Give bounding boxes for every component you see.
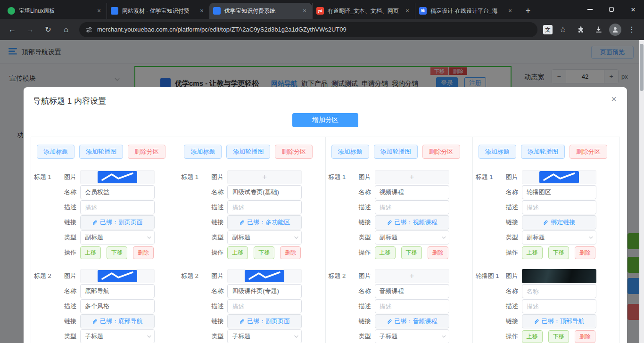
reload-icon[interactable]	[41, 22, 56, 37]
type-select[interactable]: 副标题	[80, 230, 155, 245]
close-window-button[interactable]	[622, 0, 644, 19]
scrollbar-thumb[interactable]	[640, 44, 644, 91]
image-upload-box[interactable]: +	[375, 269, 449, 283]
move-up-button[interactable]: 上移	[522, 246, 543, 259]
move-down-button[interactable]: 下移	[401, 246, 422, 259]
tab-close-icon[interactable]	[198, 7, 206, 15]
browser-menu-icon[interactable]	[624, 22, 639, 37]
add-carousel-button[interactable]: 添加轮播图	[374, 145, 418, 159]
add-carousel-button[interactable]: 添加轮播图	[79, 145, 123, 159]
desc-input[interactable]	[522, 299, 596, 313]
plus-icon: +	[410, 172, 414, 182]
tab-close-icon[interactable]	[404, 7, 411, 15]
name-input[interactable]	[522, 185, 596, 199]
maximize-button[interactable]	[601, 0, 622, 19]
name-input[interactable]	[227, 185, 302, 199]
move-up-button[interactable]: 上移	[522, 330, 543, 343]
browser-tab[interactable]: 稿 稿定设计-在线设计平台_海	[415, 3, 518, 19]
add-section-button[interactable]: 增加分区	[292, 113, 358, 127]
tab-close-icon[interactable]	[95, 7, 103, 15]
bind-link-button[interactable]: 已绑：多功能区	[227, 215, 302, 229]
address-bar[interactable]: merchant.youxuebao.com.cn/platform/pc/ed…	[79, 22, 537, 37]
type-select[interactable]: 副标题	[522, 230, 596, 245]
desc-input[interactable]	[227, 200, 302, 214]
translate-icon[interactable]: 文	[543, 25, 553, 34]
name-row: 名称	[476, 185, 615, 199]
tab-close-icon[interactable]	[506, 7, 514, 15]
bind-link-button[interactable]: 已绑：副页页面	[227, 314, 302, 328]
close-icon[interactable]: ×	[611, 94, 617, 105]
delete-section-button[interactable]: 删除分区	[422, 145, 460, 159]
name-input[interactable]	[375, 284, 449, 298]
image-upload-box[interactable]	[522, 170, 596, 184]
delete-button[interactable]: 删除	[428, 246, 448, 259]
image-upload-box[interactable]	[227, 269, 302, 283]
bind-link-button[interactable]: 绑定链接	[522, 215, 596, 229]
move-down-button[interactable]: 下移	[107, 246, 127, 259]
back-icon[interactable]	[5, 22, 20, 37]
type-select[interactable]: 子标题	[80, 329, 155, 343]
add-carousel-button[interactable]: 添加轮播图	[521, 145, 565, 159]
name-input[interactable]	[80, 284, 155, 298]
desc-input[interactable]	[522, 200, 596, 214]
add-title-button[interactable]: 添加标题	[331, 145, 369, 159]
type-select[interactable]: 子标题	[227, 329, 302, 343]
bind-link-button[interactable]: 已绑：副页页面	[80, 215, 155, 229]
name-input[interactable]	[227, 284, 302, 298]
type-select[interactable]: 副标题	[375, 230, 449, 245]
delete-button[interactable]: 删除	[575, 246, 595, 259]
image-upload-box[interactable]: +	[375, 170, 449, 184]
desc-input[interactable]	[375, 200, 449, 214]
tab-title: 优学宝知识付费系统	[224, 7, 298, 15]
download-icon[interactable]	[591, 22, 606, 37]
delete-section-button[interactable]: 删除分区	[275, 145, 313, 159]
forward-icon[interactable]	[23, 22, 38, 37]
minimize-button[interactable]	[579, 0, 601, 19]
home-icon[interactable]	[58, 22, 74, 37]
new-tab-button[interactable]	[521, 4, 535, 17]
bind-link-button[interactable]: 已绑：底部导航	[80, 314, 155, 328]
type-select[interactable]: 副标题	[227, 230, 302, 245]
delete-section-button[interactable]: 删除分区	[128, 145, 165, 159]
desc-input[interactable]	[80, 299, 155, 313]
add-carousel-button[interactable]: 添加轮播图	[226, 145, 270, 159]
group-label: 标题 1	[476, 173, 503, 181]
desc-input[interactable]	[227, 299, 302, 313]
move-up-button[interactable]: 上移	[80, 246, 101, 259]
name-input[interactable]	[80, 185, 155, 199]
browser-tab[interactable]: 优学宝知识付费系统	[209, 3, 312, 19]
carousel-image-thumbnail[interactable]	[522, 269, 596, 283]
delete-button[interactable]: 删除	[133, 246, 154, 259]
browser-tab[interactable]: 宝塔Linux面板	[4, 3, 107, 19]
name-input[interactable]	[375, 185, 449, 199]
scrollbar[interactable]	[639, 40, 644, 343]
browser-tab[interactable]: yd 有道翻译_文本、文档、网页	[312, 3, 415, 19]
bind-link-button[interactable]: 已绑：音频课程	[375, 314, 449, 328]
move-down-button[interactable]: 下移	[548, 246, 569, 259]
add-title-button[interactable]: 添加标题	[184, 145, 222, 159]
image-upload-box[interactable]	[80, 269, 155, 283]
delete-button[interactable]: 删除	[575, 330, 595, 343]
delete-section-button[interactable]: 删除分区	[570, 145, 607, 159]
browser-tab[interactable]: 网站素材 - 优学宝知识付费	[107, 3, 209, 19]
move-down-button[interactable]: 下移	[254, 246, 274, 259]
move-up-button[interactable]: 上移	[227, 246, 248, 259]
desc-input[interactable]	[80, 200, 155, 214]
bind-link-button[interactable]: 已绑：视频课程	[375, 215, 449, 229]
delete-button[interactable]: 删除	[280, 246, 301, 259]
desc-input[interactable]	[375, 299, 449, 313]
profile-avatar[interactable]	[609, 24, 621, 36]
site-info-icon[interactable]	[86, 26, 92, 33]
name-input[interactable]	[522, 284, 596, 298]
image-upload-box[interactable]: +	[227, 170, 302, 184]
add-title-button[interactable]: 添加标题	[37, 145, 74, 159]
bookmark-star-icon[interactable]	[555, 22, 570, 37]
move-down-button[interactable]: 下移	[548, 330, 569, 343]
move-up-button[interactable]: 上移	[375, 246, 396, 259]
bind-link-button[interactable]: 已绑：顶部导航	[522, 314, 596, 328]
tab-close-icon[interactable]	[301, 7, 308, 15]
add-title-button[interactable]: 添加标题	[479, 145, 516, 159]
extensions-icon[interactable]	[573, 22, 588, 37]
type-select[interactable]: 子标题	[375, 329, 449, 343]
image-upload-box[interactable]	[80, 170, 155, 184]
